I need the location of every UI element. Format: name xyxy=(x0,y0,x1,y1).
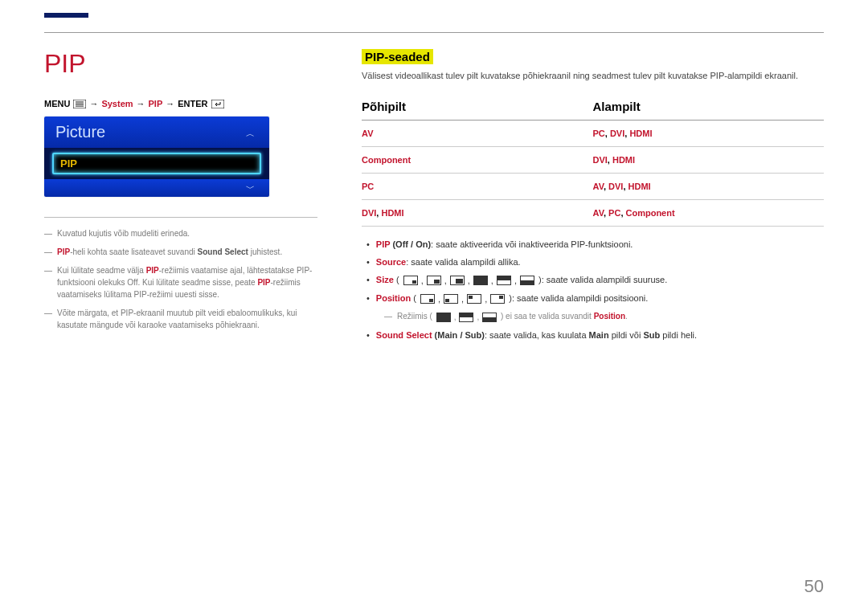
footnote: ― PIP-heli kohta saate lisateavet suvand… xyxy=(44,246,317,258)
pip-size-icon xyxy=(482,313,497,322)
arrow-icon: → xyxy=(89,99,98,108)
arrow-icon: → xyxy=(166,99,174,108)
footnote: ― Kuvatud kujutis võib mudeliti erineda. xyxy=(44,227,317,239)
table-row: Component DVI, HDMI xyxy=(362,147,824,174)
pip-source-table: Põhipilt Alampilt AV PC, DVI, HDMI Compo… xyxy=(362,96,824,227)
osd-menu-header: Picture ︿ xyxy=(44,116,269,148)
footnote-text: Võite märgata, et PIP-ekraanil muutub pi… xyxy=(57,307,317,331)
enter-icon xyxy=(211,100,224,108)
breadcrumb-system: System xyxy=(101,99,133,108)
pip-position-icon xyxy=(444,294,458,304)
footnote-text: PIP-heli kohta saate lisateavet suvandi … xyxy=(57,246,282,258)
pip-position-icon xyxy=(490,294,505,304)
top-divider xyxy=(44,32,824,33)
osd-menu-title: Picture xyxy=(55,123,105,141)
pip-size-icon xyxy=(459,313,473,322)
osd-selected-label: PIP xyxy=(52,153,261,174)
pip-size-icon xyxy=(473,276,488,285)
settings-list: PIP (Off / On): saate aktiveerida või in… xyxy=(362,239,824,304)
menu-icon xyxy=(73,100,86,108)
table-row: PC AV, DVI, HDMI xyxy=(362,174,824,200)
breadcrumb-pip: PIP xyxy=(149,99,163,108)
pip-size-icon xyxy=(450,276,465,285)
list-item: PIP (Off / On): saate aktiveerida või in… xyxy=(362,239,824,249)
sub-note: ― Režiimis ( , , ) ei saa te valida suva… xyxy=(384,312,824,321)
pip-size-icon xyxy=(403,276,418,285)
footnote-text: Kuvatud kujutis võib mudeliti erineda. xyxy=(57,227,190,239)
mode-icons: , , xyxy=(436,313,497,322)
pip-position-icon xyxy=(420,294,435,304)
list-item: Position ( , , , ): saate valida alampil… xyxy=(362,293,824,304)
table-row: AV PC, DVI, HDMI xyxy=(362,121,824,147)
pip-size-icon xyxy=(436,313,451,322)
osd-menu-preview: Picture ︿ PIP ﹀ xyxy=(44,116,269,197)
page-title: PIP xyxy=(44,49,317,79)
breadcrumb-menu: MENU xyxy=(44,99,70,108)
list-item: Source: saate valida alampildi allika. xyxy=(362,257,824,267)
chevron-down-icon: ﹀ xyxy=(246,182,255,194)
list-item: Sound Select (Main / Sub): saate valida,… xyxy=(362,330,824,340)
divider xyxy=(44,217,317,218)
chevron-up-icon: ︿ xyxy=(246,128,255,140)
table-header-main: Põhipilt xyxy=(362,96,593,121)
table-header-sub: Alampilt xyxy=(593,96,825,121)
pip-size-icon xyxy=(427,276,441,285)
list-item: Size ( , , , , , ): saate valida alampil… xyxy=(362,275,824,285)
footnote-text: Kui lülitate seadme välja PIP-režiimis v… xyxy=(57,264,317,300)
footnote: ― Võite märgata, et PIP-ekraanil muutub … xyxy=(44,307,317,331)
size-icons: , , , , , xyxy=(403,276,534,285)
pip-position-icon xyxy=(467,294,481,304)
breadcrumb: MENU → System → PIP → ENTER xyxy=(44,99,317,108)
osd-selected-row: PIP xyxy=(44,148,269,179)
pip-size-icon xyxy=(520,276,534,285)
page-number: 50 xyxy=(805,576,824,597)
pip-size-icon xyxy=(497,276,511,285)
breadcrumb-enter: ENTER xyxy=(178,99,207,108)
position-icons: , , , xyxy=(420,294,505,304)
footnote: ― Kui lülitate seadme välja PIP-režiimis… xyxy=(44,264,317,300)
settings-list-continued: Sound Select (Main / Sub): saate valida,… xyxy=(362,330,824,340)
section-heading: PIP-seaded xyxy=(362,49,433,64)
osd-menu-footer: ﹀ xyxy=(44,179,269,197)
table-row: DVI, HDMI AV, PC, Component xyxy=(362,200,824,227)
arrow-icon: → xyxy=(137,99,145,108)
section-description: Välisest videoallikast tulev pilt kuvata… xyxy=(362,71,824,80)
